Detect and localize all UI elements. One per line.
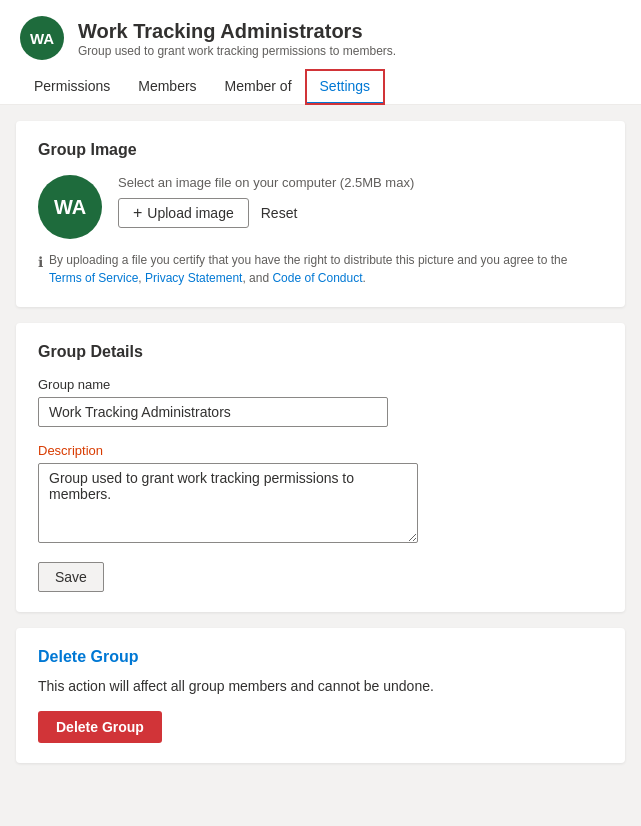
group-name-group: Group name [38, 377, 603, 427]
upload-image-button[interactable]: + Upload image [118, 198, 249, 228]
delete-group-card: Delete Group This action will affect all… [16, 628, 625, 763]
header-text: Work Tracking Administrators Group used … [78, 18, 396, 58]
notice-text: By uploading a file you certify that you… [49, 251, 603, 287]
upload-label: Upload image [147, 205, 233, 221]
image-hint: Select an image file on your computer (2… [118, 175, 414, 190]
nav-tabs: Permissions Members Member of Settings [20, 70, 621, 104]
image-controls: Select an image file on your computer (2… [118, 175, 414, 228]
upload-notice: ℹ By uploading a file you certify that y… [38, 251, 603, 287]
group-image-avatar: WA [38, 175, 102, 239]
tab-permissions[interactable]: Permissions [20, 70, 124, 104]
conduct-link[interactable]: Code of Conduct [272, 271, 362, 285]
page-subtitle: Group used to grant work tracking permis… [78, 44, 396, 58]
delete-warning: This action will affect all group member… [38, 676, 603, 697]
tab-settings[interactable]: Settings [306, 70, 385, 104]
description-group: Description Group used to grant work tra… [38, 443, 603, 546]
group-image-card: Group Image WA Select an image file on y… [16, 121, 625, 307]
reset-button[interactable]: Reset [257, 199, 302, 227]
delete-section-title: Delete Group [38, 648, 603, 666]
plus-icon: + [133, 205, 142, 221]
delete-group-button[interactable]: Delete Group [38, 711, 162, 743]
tab-members[interactable]: Members [124, 70, 210, 104]
page-header: WA Work Tracking Administrators Group us… [0, 0, 641, 105]
image-buttons: + Upload image Reset [118, 198, 414, 228]
info-icon: ℹ [38, 252, 43, 273]
privacy-link[interactable]: Privacy Statement [145, 271, 242, 285]
description-textarea[interactable]: Group used to grant work tracking permis… [38, 463, 418, 543]
group-avatar: WA [20, 16, 64, 60]
group-name-label: Group name [38, 377, 603, 392]
main-content: Group Image WA Select an image file on y… [0, 105, 641, 779]
page-title: Work Tracking Administrators [78, 18, 396, 44]
terms-link[interactable]: Terms of Service [49, 271, 138, 285]
group-details-title: Group Details [38, 343, 603, 361]
description-label: Description [38, 443, 603, 458]
group-image-title: Group Image [38, 141, 603, 159]
group-details-card: Group Details Group name Description Gro… [16, 323, 625, 612]
save-button[interactable]: Save [38, 562, 104, 592]
group-name-input[interactable] [38, 397, 388, 427]
tab-member-of[interactable]: Member of [211, 70, 306, 104]
